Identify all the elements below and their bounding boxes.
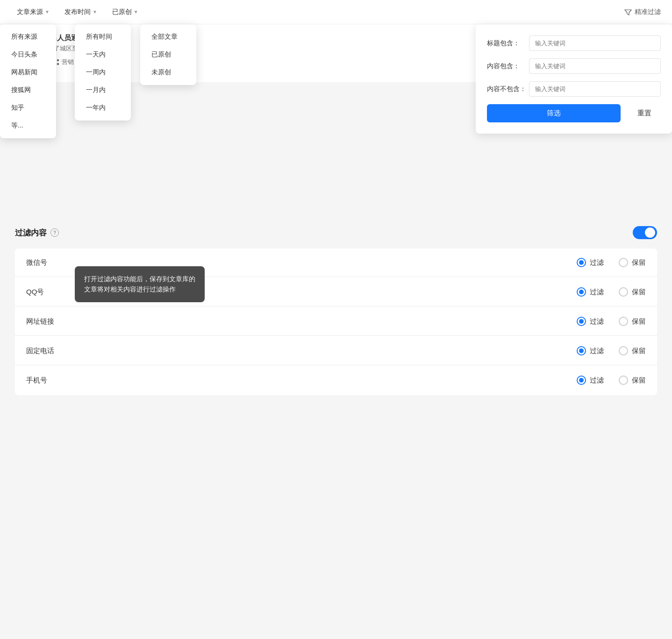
time-option-year[interactable]: 一年内 bbox=[75, 99, 131, 117]
wechat-label: 微信号 bbox=[26, 258, 577, 267]
filter-row-url: 网址链接 过滤 保留 bbox=[15, 307, 657, 336]
source-option-all[interactable]: 所有来源 bbox=[0, 28, 56, 46]
precise-filter-label: 精准过滤 bbox=[635, 8, 661, 16]
time-option-week[interactable]: 一周内 bbox=[75, 64, 131, 81]
url-keep-radio bbox=[619, 317, 628, 326]
qq-keep-radio bbox=[619, 287, 628, 297]
mobile-label: 手机号 bbox=[26, 376, 577, 385]
advanced-filter-panel: 标题包含： 内容包含： 内容不包含： 筛选 重置 bbox=[476, 24, 672, 134]
original-filter-btn[interactable]: 已原创 ▼ bbox=[107, 5, 144, 19]
time-filter-btn[interactable]: 发布时间 ▼ bbox=[59, 5, 103, 19]
url-filter-option[interactable]: 过滤 bbox=[577, 317, 604, 326]
adv-actions: 筛选 重置 bbox=[487, 104, 661, 122]
time-option-month[interactable]: 一月内 bbox=[75, 81, 131, 99]
content-exclude-input[interactable] bbox=[529, 81, 661, 97]
url-filter-radio bbox=[577, 317, 586, 326]
time-option-day[interactable]: 一天内 bbox=[75, 46, 131, 64]
landline-keep-radio bbox=[619, 346, 628, 355]
original-option-all[interactable]: 全部文章 bbox=[140, 28, 196, 46]
landline-filter-option[interactable]: 过滤 bbox=[577, 346, 604, 355]
time-dropdown: 所有时间 一天内 一周内 一月内 一年内 bbox=[75, 24, 131, 121]
help-icon[interactable]: ? bbox=[50, 228, 59, 237]
content-include-input[interactable] bbox=[529, 58, 661, 74]
qq-radio-group: 过滤 保留 bbox=[577, 287, 646, 297]
title-filter-row: 标题包含： bbox=[487, 36, 661, 51]
filter-section-title: 过滤内容 ? bbox=[15, 227, 59, 238]
source-arrow-icon: ▼ bbox=[45, 9, 50, 14]
qq-filter-option[interactable]: 过滤 bbox=[577, 287, 604, 297]
mobile-keep-radio bbox=[619, 376, 628, 385]
wechat-keep-radio bbox=[619, 258, 628, 267]
qq-filter-radio bbox=[577, 287, 586, 297]
original-dropdown: 全部文章 已原创 未原创 bbox=[140, 24, 196, 85]
landline-filter-radio bbox=[577, 346, 586, 355]
qq-keep-option[interactable]: 保留 bbox=[619, 287, 646, 297]
source-label: 文章来源 bbox=[17, 8, 43, 16]
toggle-knob bbox=[645, 227, 655, 238]
wechat-filter-radio bbox=[577, 258, 586, 267]
url-keep-option[interactable]: 保留 bbox=[619, 317, 646, 326]
tooltip-text: 打开过滤内容功能后，保存到文章库的文章将对相关内容进行过滤操作 bbox=[84, 275, 195, 293]
source-option-toutiao[interactable]: 今日头条 bbox=[0, 46, 56, 64]
precise-filter-btn[interactable]: 精准过滤 bbox=[624, 8, 661, 16]
source-option-more[interactable]: 等... bbox=[0, 117, 56, 135]
original-option-yes[interactable]: 已原创 bbox=[140, 46, 196, 64]
source-option-zhihu[interactable]: 知乎 bbox=[0, 99, 56, 117]
filter-row-landline: 固定电话 过滤 保留 bbox=[15, 337, 657, 365]
tooltip-box: 打开过滤内容功能后，保存到文章库的文章将对相关内容进行过滤操作 bbox=[75, 266, 205, 302]
title-filter-label: 标题包含： bbox=[487, 39, 529, 48]
original-arrow-icon: ▼ bbox=[134, 9, 138, 14]
original-option-no[interactable]: 未原创 bbox=[140, 64, 196, 81]
filter-section-header: 过滤内容 ? bbox=[15, 226, 657, 239]
source-dropdown: 所有来源 今日头条 网易新闻 搜狐网 知乎 等... bbox=[0, 24, 56, 138]
content-include-row: 内容包含： bbox=[487, 58, 661, 74]
content-exclude-label: 内容不包含： bbox=[487, 85, 529, 93]
original-label: 已原创 bbox=[112, 8, 132, 16]
source-option-sohu[interactable]: 搜狐网 bbox=[0, 81, 56, 99]
filter-toggle[interactable] bbox=[633, 226, 657, 239]
time-option-all[interactable]: 所有时间 bbox=[75, 28, 131, 46]
content-include-label: 内容包含： bbox=[487, 62, 529, 71]
time-arrow-icon: ▼ bbox=[93, 9, 97, 14]
mobile-keep-option[interactable]: 保留 bbox=[619, 376, 646, 385]
mobile-radio-group: 过滤 保留 bbox=[577, 376, 646, 385]
svg-rect-2 bbox=[57, 59, 59, 61]
wechat-filter-option[interactable]: 过滤 bbox=[577, 258, 604, 267]
landline-keep-option[interactable]: 保留 bbox=[619, 346, 646, 355]
landline-label: 固定电话 bbox=[26, 347, 577, 355]
top-filter-bar: 文章来源 ▼ 发布时间 ▼ 已原创 ▼ 精准过滤 bbox=[0, 0, 672, 24]
filter-icon bbox=[624, 8, 632, 16]
title-filter-input[interactable] bbox=[529, 36, 661, 51]
wechat-radio-group: 过滤 保留 bbox=[577, 258, 646, 267]
filter-button[interactable]: 筛选 bbox=[487, 104, 621, 122]
time-label: 发布时间 bbox=[64, 8, 91, 16]
mobile-filter-radio bbox=[577, 376, 586, 385]
wechat-keep-option[interactable]: 保留 bbox=[619, 258, 646, 267]
svg-rect-4 bbox=[57, 63, 59, 65]
mobile-filter-option[interactable]: 过滤 bbox=[577, 376, 604, 385]
url-radio-group: 过滤 保留 bbox=[577, 317, 646, 326]
url-label: 网址链接 bbox=[26, 317, 577, 326]
filter-row-mobile: 手机号 过滤 保留 bbox=[15, 366, 657, 394]
reset-button[interactable]: 重置 bbox=[628, 104, 661, 122]
source-filter-btn[interactable]: 文章来源 ▼ bbox=[11, 5, 55, 19]
landline-radio-group: 过滤 保留 bbox=[577, 346, 646, 355]
filter-content-section: 过滤内容 ? 打开过滤内容功能后，保存到文章库的文章将对相关内容进行过滤操作 微… bbox=[0, 215, 672, 406]
source-option-wangyi[interactable]: 网易新闻 bbox=[0, 64, 56, 81]
content-exclude-row: 内容不包含： bbox=[487, 81, 661, 97]
